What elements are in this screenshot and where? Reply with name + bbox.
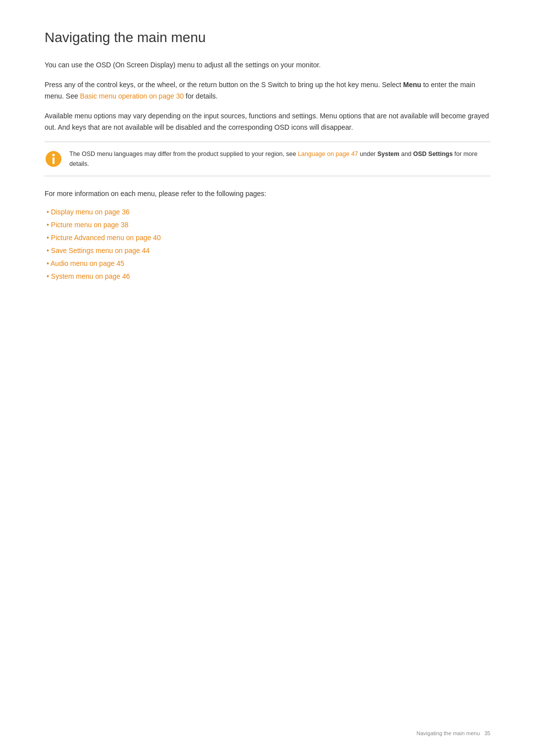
svg-rect-2 [53, 157, 54, 164]
footer-page: 35 [484, 730, 490, 736]
paragraph1: You can use the OSD (On Screen Display) … [45, 59, 490, 70]
list-section: For more information on each menu, pleas… [45, 188, 490, 280]
menu-link-3[interactable]: Save Settings menu on page 44 [51, 247, 150, 254]
menu-list-item: System menu on page 46 [45, 272, 490, 280]
menu-list-item: Save Settings menu on page 44 [45, 247, 490, 254]
paragraph2: Press any of the control keys, or the wh… [45, 79, 490, 101]
note-after-link: under [358, 151, 377, 157]
menu-links-list: Display menu on page 36Picture menu on p… [45, 208, 490, 280]
menu-list-item: Picture Advanced menu on page 40 [45, 234, 490, 242]
note-text-middle: and [399, 151, 413, 157]
page-title: Navigating the main menu [45, 30, 490, 46]
paragraph2-menu-bold: Menu [403, 81, 422, 89]
paragraph2-before-link: Press any of the control keys, or the wh… [45, 81, 403, 89]
page-footer: Navigating the main menu 35 [417, 730, 490, 736]
paragraph2-after-link: for details. [184, 92, 217, 100]
language-link[interactable]: Language on page 47 [298, 151, 358, 157]
menu-link-4[interactable]: Audio menu on page 45 [51, 259, 124, 267]
list-intro: For more information on each menu, pleas… [45, 188, 490, 199]
menu-list-item: Picture menu on page 38 [45, 221, 490, 229]
menu-list-item: Display menu on page 36 [45, 208, 490, 216]
page-container: Navigating the main menu You can use the… [0, 0, 535, 325]
note-text: The OSD menu languages may differ from t… [69, 149, 490, 169]
menu-link-1[interactable]: Picture menu on page 38 [51, 221, 128, 229]
footer-text: Navigating the main menu [417, 730, 480, 736]
paragraph3: Available menu options may vary dependin… [45, 110, 490, 133]
note-box: The OSD menu languages may differ from t… [45, 142, 490, 176]
basic-menu-link[interactable]: Basic menu operation on page 30 [80, 92, 184, 100]
menu-link-5[interactable]: System menu on page 46 [51, 272, 130, 280]
svg-point-1 [53, 153, 55, 156]
note-before-link: The OSD menu languages may differ from t… [69, 151, 298, 157]
menu-link-0[interactable]: Display menu on page 36 [51, 208, 130, 216]
note-icon [45, 150, 62, 168]
menu-list-item: Audio menu on page 45 [45, 259, 490, 267]
menu-link-2[interactable]: Picture Advanced menu on page 40 [51, 234, 161, 242]
note-bold2: OSD Settings [413, 151, 453, 157]
note-bold1: System [377, 151, 399, 157]
